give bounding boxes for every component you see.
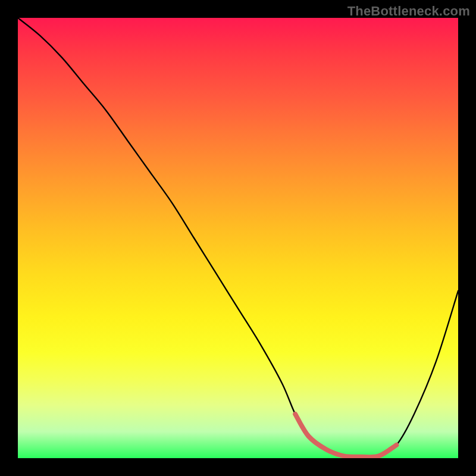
trough-highlight [295,414,396,457]
plot-area [18,18,458,458]
chart-frame: TheBottleneck.com [0,0,476,476]
bottleneck-curve [18,18,458,458]
watermark-label: TheBottleneck.com [347,4,470,19]
